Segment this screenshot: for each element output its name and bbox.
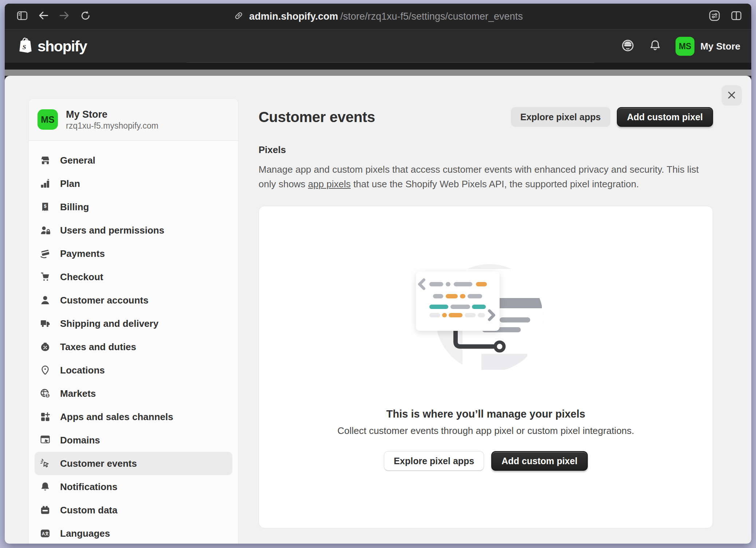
settings-content: Customer events Explore pixel apps Add c… xyxy=(259,76,713,528)
shopify-wordmark: shopify xyxy=(38,38,87,55)
sidebar-item-general[interactable]: General xyxy=(35,149,232,172)
sidebar-item-users-and-permissions[interactable]: Users and permissions xyxy=(35,219,232,242)
sidebar-item-label: Customer events xyxy=(60,458,137,469)
sidebar-item-checkout[interactable]: Checkout xyxy=(35,265,232,289)
pixels-description: Manage app and custom pixels that access… xyxy=(259,162,709,191)
billing-icon: $ xyxy=(40,201,51,212)
sidebar-toggle-icon xyxy=(16,10,29,23)
store-card-domain: rzq1xu-f5.myshopify.com xyxy=(66,121,158,131)
sidebar-item-plan[interactable]: Plan xyxy=(35,172,232,195)
store-avatar: MS xyxy=(676,37,694,56)
reload-icon xyxy=(80,10,91,23)
taxes-icon xyxy=(40,341,51,352)
description-text-2: that use the Shopify Web Pixels API, the… xyxy=(351,179,639,189)
pixels-empty-state-card: This is where you’ll manage your pixels … xyxy=(259,206,713,528)
forward-button[interactable] xyxy=(56,8,72,24)
sidebar-item-label: Billing xyxy=(60,201,89,213)
sidebar-item-billing[interactable]: $ Billing xyxy=(35,195,232,219)
sidebar-item-label: Languages xyxy=(60,528,110,539)
underlying-page-band xyxy=(5,63,751,70)
settings-sidebar: MS My Store rzq1xu-f5.myshopify.com Gene… xyxy=(28,98,239,544)
store-icon xyxy=(40,155,51,166)
store-card-avatar: MS xyxy=(38,109,58,130)
sidebar-item-markets[interactable]: $ Markets xyxy=(35,382,232,405)
sidebar-item-payments[interactable]: Payments xyxy=(35,242,232,265)
modal-scrim xyxy=(5,70,751,76)
users-icon xyxy=(40,225,51,236)
svg-text:S: S xyxy=(23,43,26,51)
empty-state-subtext: Collect customer events through app pixe… xyxy=(337,425,634,437)
sidebar-item-label: Plan xyxy=(60,178,80,189)
sidebar-item-domains[interactable]: Domains xyxy=(35,428,232,452)
languages-icon: A xyxy=(40,528,51,539)
back-icon xyxy=(38,10,49,23)
address-bar[interactable]: admin.shopify.com/store/rzq1xu-f5/settin… xyxy=(233,4,523,29)
close-button[interactable] xyxy=(721,85,742,106)
sidebar-item-shipping-and-delivery[interactable]: Shipping and delivery xyxy=(35,312,232,335)
settings-nav: General Plan $ Billing Users and permiss… xyxy=(29,141,238,544)
account-menu[interactable]: MS My Store xyxy=(676,37,740,56)
svg-text:$: $ xyxy=(44,203,47,209)
sidebar-item-label: Users and permissions xyxy=(60,225,164,236)
sidebar-item-custom-data[interactable]: Custom data xyxy=(35,498,232,522)
back-button[interactable] xyxy=(35,8,51,24)
explore-pixel-apps-button[interactable]: Explore pixel apps xyxy=(511,107,610,127)
empty-add-custom-pixel-button[interactable]: Add custom pixel xyxy=(491,451,587,471)
sidebar-item-label: Locations xyxy=(60,365,105,376)
sidebar-item-taxes-and-duties[interactable]: Taxes and duties xyxy=(35,335,232,359)
sidebar-item-customer-events[interactable]: Customer events xyxy=(35,452,232,475)
sidebar-item-label: Payments xyxy=(60,248,105,259)
app-pixels-link[interactable]: app pixels xyxy=(308,179,351,189)
pixels-illustration xyxy=(391,254,580,396)
svg-text:$: $ xyxy=(47,394,49,398)
settings-modal: MS My Store rzq1xu-f5.myshopify.com Gene… xyxy=(5,76,751,544)
store-card: MS My Store rzq1xu-f5.myshopify.com xyxy=(29,99,238,141)
notifications-bell-icon[interactable] xyxy=(649,39,662,54)
domains-icon xyxy=(40,435,51,446)
account-store-name: My Store xyxy=(700,41,740,52)
shopify-bag-icon: S xyxy=(18,37,33,56)
sidebar-item-locations[interactable]: Locations xyxy=(35,359,232,382)
sidebar-item-label: Checkout xyxy=(60,271,103,283)
markets-icon: $ xyxy=(40,388,51,399)
sidebar-item-label: Apps and sales channels xyxy=(60,411,173,423)
svg-text:A: A xyxy=(42,531,45,536)
empty-explore-pixel-apps-button[interactable]: Explore pixel apps xyxy=(384,451,484,471)
payments-icon xyxy=(40,248,51,259)
shipping-icon xyxy=(40,318,51,329)
sidebar-toggle-button[interactable] xyxy=(14,8,30,24)
page-title: Customer events xyxy=(259,109,375,125)
customer-events-icon xyxy=(40,458,51,469)
sidebar-item-apps-and-sales-channels[interactable]: Apps and sales channels xyxy=(35,405,232,428)
sidebar-item-label: Customer accounts xyxy=(60,295,149,306)
sidebar-item-label: Shipping and delivery xyxy=(60,318,158,329)
url-path: /store/rzq1xu-f5/settings/customer_event… xyxy=(340,11,523,22)
link-icon xyxy=(233,10,244,23)
pixels-section-heading: Pixels xyxy=(259,144,713,156)
sidebar-item-label: General xyxy=(60,155,95,166)
customer-accounts-icon xyxy=(40,295,51,306)
sidebar-item-languages[interactable]: A Languages xyxy=(35,522,232,544)
page-settings-icon[interactable] xyxy=(708,9,721,23)
sidebar-item-label: Markets xyxy=(60,388,96,399)
custom-data-icon xyxy=(40,505,51,516)
reload-button[interactable] xyxy=(78,8,94,24)
admin-header: S shopify ⌘ K MS My Store xyxy=(5,29,751,63)
forward-icon xyxy=(59,10,70,23)
sidekick-icon[interactable] xyxy=(621,39,635,54)
browser-window: admin.shopify.com/store/rzq1xu-f5/settin… xyxy=(5,4,751,544)
plan-icon xyxy=(40,178,51,189)
add-custom-pixel-button[interactable]: Add custom pixel xyxy=(617,107,713,127)
sidebar-item-label: Domains xyxy=(60,435,100,446)
checkout-icon xyxy=(40,271,51,282)
close-icon xyxy=(726,90,737,102)
store-card-name: My Store xyxy=(66,108,158,121)
shopify-logo: S shopify xyxy=(18,30,87,63)
split-view-icon[interactable] xyxy=(730,9,743,23)
url-host: admin.shopify.com xyxy=(249,11,338,22)
apps-icon xyxy=(40,411,51,422)
sidebar-item-notifications[interactable]: Notifications xyxy=(35,475,232,498)
notifications-icon xyxy=(40,481,51,492)
sidebar-item-label: Custom data xyxy=(60,505,117,516)
sidebar-item-customer-accounts[interactable]: Customer accounts xyxy=(35,289,232,312)
